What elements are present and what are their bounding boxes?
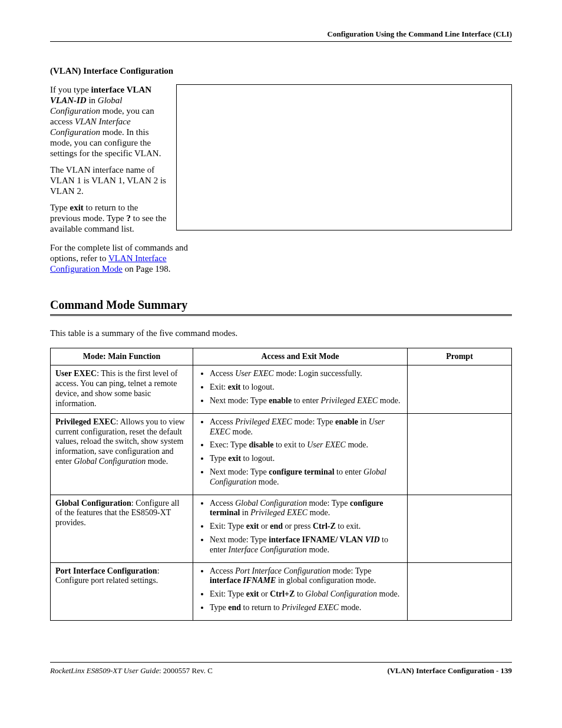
access-cell: Access Port Interface Configuration mode… [193, 562, 408, 620]
mode-cell: Global Configuration: Configure all of t… [51, 495, 193, 562]
list-item: Type exit to logout. [210, 454, 402, 464]
list-item: Next mode: Type interface IFNAME/ VLAN V… [210, 535, 402, 555]
col-header-prompt: Prompt [408, 348, 512, 365]
access-cell: Access Privileged EXEC mode: Type enable… [193, 413, 408, 495]
prompt-cell [408, 365, 512, 413]
prompt-cell [408, 495, 512, 562]
table-row: Privileged EXEC: Allows you to view curr… [51, 413, 512, 495]
col-header-mode: Mode: Main Function [51, 348, 193, 365]
table-row: Port Interface Configuration: Configure … [51, 562, 512, 620]
table-header-row: Mode: Main Function Access and Exit Mode… [51, 348, 512, 365]
table-row: Global Configuration: Configure all of t… [51, 495, 512, 562]
figure-column [176, 84, 512, 240]
list-item: Access Privileged EXEC mode: Type enable… [210, 417, 402, 437]
footer-right: (VLAN) Interface Configuration - 139 [387, 666, 512, 676]
paragraph-3: Type exit to return to the previous mode… [50, 202, 168, 234]
figure-placeholder [176, 84, 512, 230]
two-column-layout: If you type interface VLAN VLAN-ID in Gl… [50, 84, 512, 240]
table-row: User EXEC: This is the first level of ac… [51, 365, 512, 413]
mode-cell: Port Interface Configuration: Configure … [51, 562, 193, 620]
running-header: Configuration Using the Command Line Int… [50, 29, 512, 42]
summary-intro: This table is a summary of the five comm… [50, 328, 512, 338]
list-item: Access Global Configuration mode: Type c… [210, 499, 402, 519]
heading-command-mode-summary: Command Mode Summary [50, 298, 512, 316]
mode-cell: Privileged EXEC: Allows you to view curr… [51, 413, 193, 495]
prompt-cell [408, 562, 512, 620]
description-column: If you type interface VLAN VLAN-ID in Gl… [50, 84, 168, 240]
list-item: Access Port Interface Configuration mode… [210, 566, 402, 587]
list-item: Exit: exit to logout. [210, 383, 402, 393]
list-item: Access User EXEC mode: Login successfull… [210, 369, 402, 379]
list-item: Next mode: Type configure terminal to en… [210, 467, 402, 487]
list-item: Next mode: Type enable to enter Privileg… [210, 396, 402, 406]
list-item: Exit: Type exit or Ctrl+Z to Global Conf… [210, 589, 402, 599]
footer-left: RocketLinx ES8509-XT User Guide: 2000557… [50, 666, 213, 676]
paragraph-2: The VLAN interface name of VLAN 1 is VLA… [50, 164, 168, 196]
mode-cell: User EXEC: This is the first level of ac… [51, 365, 193, 413]
col-header-access: Access and Exit Mode [193, 348, 408, 365]
command-mode-summary-table: Mode: Main Function Access and Exit Mode… [50, 348, 512, 621]
paragraph-4: For the complete list of commands and op… [50, 242, 191, 274]
prompt-cell [408, 413, 512, 495]
list-item: Exec: Type disable to exit to User EXEC … [210, 440, 402, 450]
access-cell: Access Global Configuration mode: Type c… [193, 495, 408, 562]
access-cell: Access User EXEC mode: Login successfull… [193, 365, 408, 413]
paragraph-1: If you type interface VLAN VLAN-ID in Gl… [50, 84, 168, 159]
list-item: Exit: Type exit or end or press Ctrl-Z t… [210, 522, 402, 532]
list-item: Type end to return to Privileged EXEC mo… [210, 603, 402, 613]
page-footer: RocketLinx ES8509-XT User Guide: 2000557… [50, 662, 512, 676]
section-title: (VLAN) Interface Configuration [50, 65, 512, 76]
